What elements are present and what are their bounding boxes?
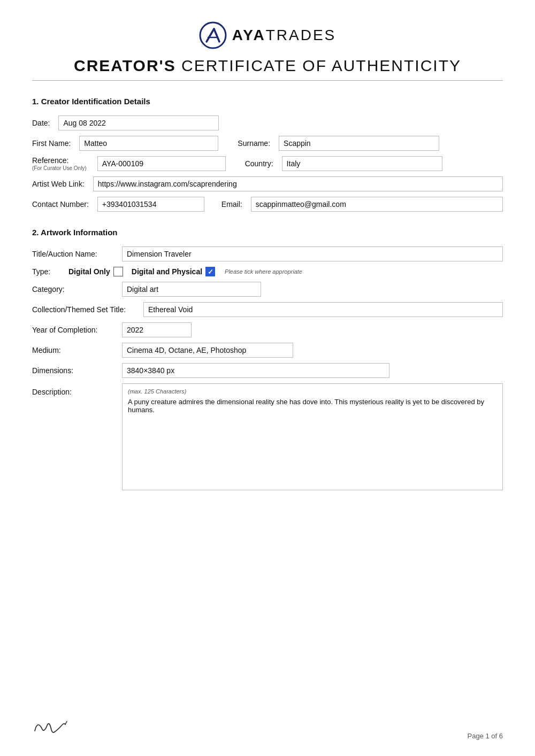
contact-field[interactable]: +393401031534: [97, 197, 204, 212]
contact-row: Contact Number: +393401031534 Email: sca…: [32, 197, 503, 212]
reference-row: Reference: (For Curator Use Only) AYA-00…: [32, 156, 503, 171]
type-digital-physical-text: Digital and Physical: [132, 267, 202, 276]
email-label: Email:: [221, 200, 242, 209]
divider: [32, 80, 503, 81]
page: AYATRADES CREATOR'S CERTIFICATE OF AUTHE…: [0, 0, 535, 756]
name-row: First Name: Matteo Surname: Scappin: [32, 136, 503, 151]
reference-label-stack: Reference: (For Curator Use Only): [32, 156, 87, 171]
dimensions-row: Dimensions: 3840×3840 px: [32, 363, 503, 378]
page-title: CREATOR'S CERTIFICATE OF AUTHENTICITY: [32, 57, 503, 75]
year-label: Year of Completion:: [32, 326, 118, 334]
email-field[interactable]: scappinmatteo@gmail.com: [251, 197, 503, 212]
reference-sublabel: (For Curator Use Only): [32, 165, 87, 171]
collection-row: Collection/Themed Set Title: Ethereal Vo…: [32, 302, 503, 317]
weblink-field[interactable]: https://www.instagram.com/scaprendering: [93, 176, 503, 191]
signature: [32, 715, 70, 740]
contact-label: Contact Number:: [32, 200, 89, 209]
svg-point-0: [200, 22, 226, 48]
title-auction-label: Title/Auction Name:: [32, 250, 118, 258]
title-bold: CREATOR'S: [74, 57, 176, 74]
section2: 2. Artwork Information Title/Auction Nam…: [32, 228, 503, 490]
type-label: Type:: [32, 267, 64, 276]
medium-label: Medium:: [32, 346, 118, 354]
signature-svg: [32, 715, 70, 736]
reference-label: Reference:: [32, 156, 87, 165]
medium-row: Medium: Cinema 4D, Octane, AE, Photoshop: [32, 343, 503, 358]
checkbox-digital-physical[interactable]: ✓: [205, 267, 215, 276]
year-field[interactable]: 2022: [122, 322, 192, 337]
surname-field[interactable]: Scappin: [279, 136, 439, 151]
category-label: Category:: [32, 285, 118, 294]
section1: 1. Creator Identification Details Date: …: [32, 97, 503, 212]
firstname-label: First Name:: [32, 139, 71, 148]
weblink-row: Artist Web Link: https://www.instagram.c…: [32, 176, 503, 191]
checkbox-digital-only[interactable]: [113, 267, 123, 276]
section2-title: 2. Artwork Information: [32, 228, 503, 237]
description-text: A puny creature admires the dimensional …: [128, 398, 497, 414]
svg-line-1: [207, 29, 214, 42]
logo-aya: AYA: [232, 27, 266, 43]
reference-field[interactable]: AYA-000109: [97, 156, 226, 171]
type-row: Type: Digital Only Digital and Physical …: [32, 267, 503, 276]
category-field[interactable]: Digital art: [122, 282, 261, 297]
description-label: Description:: [32, 383, 118, 396]
country-field[interactable]: Italy: [282, 156, 442, 171]
medium-field[interactable]: Cinema 4D, Octane, AE, Photoshop: [122, 343, 293, 358]
type-digital-only-group: Digital Only: [68, 267, 123, 276]
header: AYATRADES CREATOR'S CERTIFICATE OF AUTHE…: [32, 21, 503, 75]
svg-line-2: [214, 29, 219, 42]
country-label: Country:: [245, 159, 273, 168]
type-digital-physical-group: Digital and Physical ✓: [132, 267, 215, 276]
page-number: Page 1 of 6: [468, 732, 503, 740]
title-auction-field[interactable]: Dimension Traveler: [122, 246, 503, 261]
logo-icon: [199, 21, 227, 49]
date-field[interactable]: Aug 08 2022: [58, 115, 219, 130]
section1-title: 1. Creator Identification Details: [32, 97, 503, 106]
date-label: Date:: [32, 119, 50, 127]
type-digital-only-text: Digital Only: [68, 267, 110, 276]
date-row: Date: Aug 08 2022: [32, 115, 503, 130]
title-auction-row: Title/Auction Name: Dimension Traveler: [32, 246, 503, 261]
dimensions-label: Dimensions:: [32, 366, 118, 375]
firstname-field[interactable]: Matteo: [79, 136, 218, 151]
title-rest: CERTIFICATE OF AUTHENTICITY: [176, 57, 461, 74]
surname-label: Surname:: [238, 139, 270, 148]
weblink-label: Artist Web Link:: [32, 180, 85, 188]
logo-trades: TRADES: [266, 27, 337, 43]
dimensions-field[interactable]: 3840×3840 px: [122, 363, 389, 378]
description-hint: (max. 125 Characters): [128, 388, 497, 395]
collection-field[interactable]: Ethereal Void: [143, 302, 503, 317]
description-field[interactable]: (max. 125 Characters) A puny creature ad…: [122, 383, 503, 490]
collection-label: Collection/Themed Set Title:: [32, 305, 139, 314]
page-footer: Page 1 of 6: [32, 715, 503, 740]
logo-area: AYATRADES: [32, 21, 503, 49]
logo-text: AYATRADES: [232, 27, 337, 44]
year-row: Year of Completion: 2022: [32, 322, 503, 337]
description-row: Description: (max. 125 Characters) A pun…: [32, 383, 503, 490]
category-row: Category: Digital art: [32, 282, 503, 297]
tick-note: Please tick where appropriate: [225, 268, 302, 275]
